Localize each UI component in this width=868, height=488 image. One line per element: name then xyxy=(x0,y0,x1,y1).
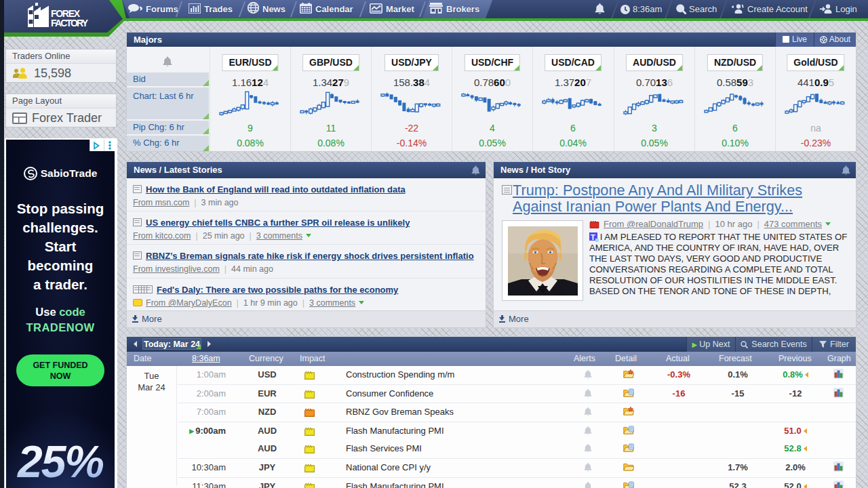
svg-text:FACTORY: FACTORY xyxy=(51,18,89,28)
